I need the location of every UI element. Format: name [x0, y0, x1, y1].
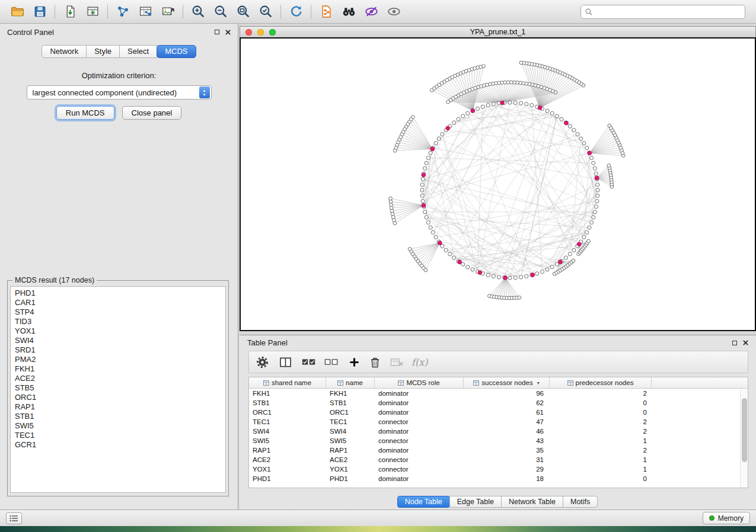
table-row[interactable]: FKH1FKH1dominator962 — [249, 389, 748, 398]
deselect-all-button[interactable] — [324, 358, 339, 366]
mcds-result-item[interactable]: CAR1 — [11, 298, 225, 307]
table-settings-button[interactable] — [256, 356, 269, 368]
sort-chevron-icon[interactable]: ▾ — [537, 380, 540, 386]
table-cell: connector — [375, 417, 464, 427]
close-panel-icon[interactable] — [225, 30, 231, 35]
mcds-result-item[interactable]: GCR1 — [11, 440, 225, 450]
columns-icon — [279, 357, 292, 368]
table-row[interactable]: STB1STB1dominator620 — [249, 398, 748, 408]
table-row[interactable]: YOX1YOX1connector291 — [249, 464, 748, 474]
import-network-database-button[interactable] — [315, 2, 337, 21]
delete-column-button[interactable] — [370, 357, 380, 368]
list-icon — [9, 515, 18, 522]
close-panel-button[interactable]: Close panel — [122, 106, 182, 120]
mcds-result-item[interactable]: PMA2 — [11, 355, 225, 364]
mcds-result-item[interactable]: ACE2 — [11, 374, 225, 383]
minimize-window-button[interactable] — [257, 29, 264, 36]
close-table-panel-icon[interactable] — [743, 340, 748, 345]
open-file-button[interactable] — [6, 2, 28, 21]
export-image-button[interactable] — [157, 2, 179, 21]
column-header-mcds-role[interactable]: MCDS role — [375, 377, 464, 388]
mcds-result-item[interactable]: FKH1 — [11, 364, 225, 374]
column-header-name[interactable]: name — [326, 377, 375, 388]
zoom-selected-button[interactable] — [254, 2, 277, 21]
import-table-from-file-button[interactable] — [81, 2, 104, 21]
float-table-panel-button[interactable] — [732, 341, 737, 345]
tab-node-table[interactable]: Node Table — [397, 496, 450, 508]
table-panel: Table Panel — [240, 335, 756, 509]
zoom-fit-icon — [236, 4, 251, 19]
new-network-button[interactable] — [111, 2, 134, 21]
zoom-in-button[interactable] — [187, 2, 209, 21]
table-row[interactable]: ORC1ORC1dominator610 — [249, 408, 748, 417]
memory-button[interactable]: Memory — [703, 512, 750, 524]
mcds-result-item[interactable]: SRD1 — [11, 345, 225, 355]
cytoscape-window: Control Panel Network Style Select MCDS … — [0, 0, 756, 532]
delete-table-button[interactable] — [390, 358, 403, 367]
table-cell: ACE2 — [326, 455, 375, 464]
tab-style[interactable]: Style — [86, 45, 120, 58]
save-session-button[interactable] — [28, 2, 51, 21]
tab-network-table[interactable]: Network Table — [501, 496, 563, 508]
mcds-result-item[interactable]: SWI4 — [11, 336, 225, 345]
select-all-button[interactable] — [302, 358, 316, 366]
scrollbar-thumb[interactable] — [742, 398, 747, 462]
tab-motifs[interactable]: Motifs — [563, 496, 598, 508]
table-row[interactable]: SWI4SWI4dominator462 — [249, 427, 748, 436]
network-window-titlebar[interactable]: YPA_prune.txt_1 — [240, 26, 756, 37]
table-row[interactable]: SWI5SWI5connector431 — [249, 436, 748, 446]
table-cell: connector — [375, 455, 464, 464]
table-cell: TEC1 — [249, 417, 326, 427]
column-header-predecessor-nodes[interactable]: predecessor nodes — [550, 377, 652, 388]
table-row[interactable]: PHD1PHD1dominator180 — [249, 474, 748, 483]
maximize-window-button[interactable] — [269, 29, 276, 36]
tab-edge-table[interactable]: Edge Table — [449, 496, 502, 508]
table-row[interactable]: RAP1RAP1dominator352 — [249, 446, 748, 455]
mcds-result-item[interactable]: STB5 — [11, 383, 225, 393]
table-cell: dominator — [375, 398, 464, 408]
control-panel-title: Control Panel — [7, 28, 54, 37]
import-network-from-file-button[interactable] — [59, 2, 81, 21]
column-header-filler — [652, 377, 748, 388]
zoom-out-button[interactable] — [209, 2, 232, 21]
mcds-result-item[interactable]: PHD1 — [11, 289, 225, 298]
table-row[interactable]: ACE2ACE2connector311 — [249, 455, 748, 464]
table-cell: ACE2 — [249, 455, 326, 464]
criterion-select[interactable]: largest connected component (undirected)… — [27, 85, 212, 100]
table-row[interactable]: TEC1TEC1connector472 — [249, 417, 748, 427]
mcds-result-item[interactable]: STB1 — [11, 412, 225, 421]
run-mcds-button[interactable]: Run MCDS — [56, 106, 114, 120]
float-panel-button[interactable] — [215, 30, 219, 34]
mcds-result-item[interactable]: ORC1 — [11, 393, 225, 402]
table-scrollbar[interactable] — [740, 389, 748, 488]
show-columns-button[interactable] — [279, 357, 292, 368]
zoom-fit-button[interactable] — [232, 2, 254, 21]
table-cell: ORC1 — [249, 408, 326, 417]
hide-details-button[interactable] — [360, 2, 382, 21]
refresh-view-button[interactable] — [285, 2, 307, 21]
dropdown-stepper-icon: ▴▾ — [199, 86, 210, 98]
find-button[interactable] — [337, 2, 360, 21]
column-header-shared-name[interactable]: shared name — [249, 377, 326, 388]
task-history-button[interactable] — [6, 512, 22, 524]
search-input[interactable] — [593, 8, 741, 16]
tab-select[interactable]: Select — [119, 45, 157, 58]
create-column-button[interactable] — [349, 357, 359, 367]
mcds-result-item[interactable]: TEC1 — [11, 431, 225, 440]
tab-mcds[interactable]: MCDS — [157, 45, 196, 58]
show-details-button[interactable] — [382, 2, 405, 21]
mcds-result-item[interactable]: SWI5 — [11, 421, 225, 431]
function-builder-button[interactable]: f(x) — [412, 357, 428, 368]
new-table-button[interactable] — [134, 2, 157, 21]
table-body: FKH1FKH1dominator962STB1STB1dominator620… — [249, 389, 748, 483]
tab-network[interactable]: Network — [42, 45, 87, 58]
network-canvas[interactable] — [240, 37, 756, 331]
mcds-result-item[interactable]: STP4 — [11, 307, 225, 317]
mcds-result-item[interactable]: TID3 — [11, 317, 225, 326]
table-cell: 0 — [550, 408, 652, 417]
mcds-result-item[interactable]: YOX1 — [11, 326, 225, 336]
column-header-successor-nodes[interactable]: successor nodes ▾ — [464, 377, 550, 388]
mcds-result-item[interactable]: RAP1 — [11, 402, 225, 412]
close-window-button[interactable] — [245, 29, 252, 36]
network-graph[interactable] — [241, 39, 755, 330]
